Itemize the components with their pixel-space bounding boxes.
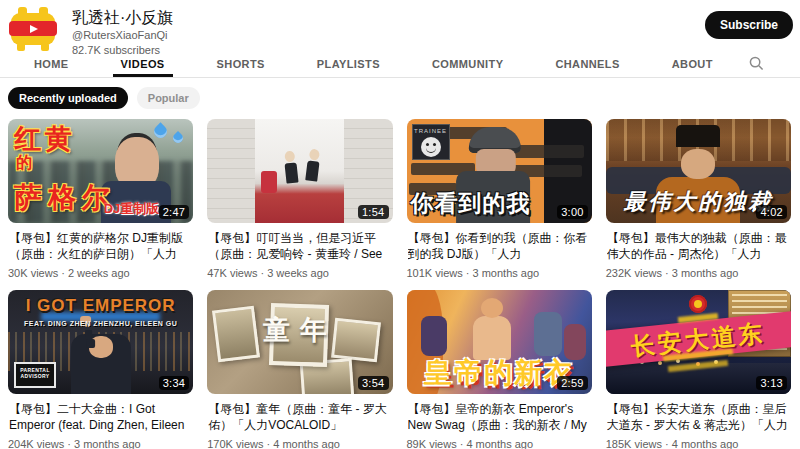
video-meta: 232K views · 3 months ago (606, 266, 791, 280)
video-thumbnail[interactable]: 1:54 (207, 119, 392, 223)
red-sofa (261, 171, 277, 193)
figure-face (89, 336, 113, 358)
national-emblem-icon (689, 295, 707, 313)
channel-tabs: HOME VIDEOS SHORTS PLAYLISTS COMMUNITY C… (0, 50, 800, 78)
video-meta: 89K views · 4 months ago (407, 437, 592, 449)
video-thumbnail[interactable]: 皇帝的新衣 2:59 (407, 290, 592, 394)
video-thumbnail[interactable]: 最伟大的独裁 4:02 (606, 119, 791, 223)
video-title[interactable]: 【辱包】长安大道东（原曲：皇后大道东 - 罗大佑 & 蒋志光）「人力VOCALO… (607, 401, 790, 433)
duration-badge: 3:13 (756, 376, 787, 390)
old-photo (212, 306, 260, 363)
video-card[interactable]: 童年 3:54 【辱包】童年（原曲：童年 - 罗大佑）「人力VOCALOID」 … (207, 290, 392, 449)
chip-popular[interactable]: Popular (137, 87, 200, 109)
album-cover: TRAINEE (412, 124, 450, 160)
album-title: TRAINEE (414, 128, 447, 135)
channel-header: 乳透社·小反旗 @RutersXiaoFanQi 82.7K subscribe… (0, 0, 800, 50)
video-thumbnail[interactable]: TRAINEE SWAT 你看到的我 3:00 (407, 119, 592, 223)
video-title[interactable]: 【辱包】叮叮当当，但是习近平（原曲：见爱响铃 - 黄垂玲 / See Tình … (208, 230, 391, 262)
video-thumbnail[interactable]: 长安大道东 3:13 (606, 290, 791, 394)
tab-shorts[interactable]: SHORTS (191, 50, 291, 77)
tab-videos[interactable]: VIDEOS (95, 50, 191, 77)
thumb-overlay-text: 童年 (263, 312, 337, 348)
duration-badge: 2:47 (159, 205, 190, 219)
thumb-overlay-text: 萨格尔 (14, 179, 116, 217)
channel-handle: @RutersXiaoFanQi (72, 28, 173, 43)
video-meta: 30K views · 2 weeks ago (8, 266, 193, 280)
channel-search-button[interactable] (739, 50, 774, 77)
top-hat (676, 125, 720, 147)
tab-channels[interactable]: CHANNELS (529, 50, 645, 77)
search-icon (749, 56, 764, 71)
parental-advisory-label: PARENTAL ADVISORY (14, 362, 56, 388)
video-card[interactable]: 长安大道东 3:13 【辱包】长安大道东（原曲：皇后大道东 - 罗大佑 & 蒋志… (606, 290, 791, 449)
channel-name: 乳透社·小反旗 (72, 8, 173, 28)
video-card[interactable]: 皇帝的新衣 2:59 【辱包】皇帝的新衣 Emperor's New Swag（… (407, 290, 592, 449)
video-meta: 47K views · 3 weeks ago (207, 266, 392, 280)
duration-badge: 3:34 (159, 376, 190, 390)
video-thumbnail[interactable]: 红黄 的 萨格尔 DJ重制版 2:47 (8, 119, 193, 223)
video-meta: 204K views · 3 months ago (8, 437, 193, 449)
tab-home[interactable]: HOME (8, 50, 95, 77)
sweat-drop-icon (171, 131, 185, 145)
tab-community[interactable]: COMMUNITY (406, 50, 529, 77)
subscribe-button[interactable]: Subscribe (705, 11, 793, 39)
cartoon-emperor-head (481, 298, 503, 318)
figure-face (681, 149, 715, 179)
video-card[interactable]: 1:54 【辱包】叮叮当当，但是习近平（原曲：见爱响铃 - 黄垂玲 / See … (207, 119, 392, 280)
video-card[interactable]: I GOT EMPEROR FEAT. DING ZHEN ZHENZHU, E… (8, 290, 193, 449)
tab-playlists[interactable]: PLAYLISTS (291, 50, 406, 77)
old-photo (331, 318, 381, 363)
video-thumbnail[interactable]: 童年 3:54 (207, 290, 392, 394)
video-title[interactable]: 【辱包】红黄的萨格尔 DJ重制版（原曲：火红的萨日朗）「人力VOCALOID」 (9, 230, 192, 262)
filter-chip-bar: Recently uploaded Popular (0, 78, 800, 117)
cartoon-courtier (534, 312, 562, 356)
duration-badge: 3:54 (358, 376, 389, 390)
thumb-overlay-text: 皇帝的新衣 (424, 354, 574, 392)
video-meta: 185K views · 4 months ago (606, 437, 791, 449)
sweat-drop-icon (152, 122, 170, 140)
thumb-overlay-text: 的 (16, 153, 32, 174)
video-thumbnail[interactable]: I GOT EMPEROR FEAT. DING ZHEN ZHENZHU, E… (8, 290, 193, 394)
channel-avatar[interactable] (9, 7, 57, 51)
cartoon-courtier (421, 316, 447, 356)
video-card[interactable]: 最伟大的独裁 4:02 【辱包】最伟大的独裁（原曲：最伟大的作品 - 周杰伦）「… (606, 119, 791, 280)
video-card[interactable]: TRAINEE SWAT 你看到的我 3:00 【辱包】你看到的我（原曲：你看到… (407, 119, 592, 280)
video-meta: 101K views · 3 months ago (407, 266, 592, 280)
smiley-icon (421, 137, 441, 157)
duration-badge: 4:02 (756, 205, 787, 219)
video-meta: 170K views · 4 months ago (207, 437, 392, 449)
thumb-overlay-text: 最伟大的独裁 (623, 187, 773, 217)
chip-recently-uploaded[interactable]: Recently uploaded (8, 87, 128, 109)
video-title[interactable]: 【辱包】童年（原曲：童年 - 罗大佑）「人力VOCALOID」 (208, 401, 391, 433)
video-card[interactable]: 红黄 的 萨格尔 DJ重制版 2:47 【辱包】红黄的萨格尔 DJ重制版（原曲：… (8, 119, 193, 280)
play-icon (30, 25, 38, 33)
thumb-overlay-text: 红黄 (14, 121, 76, 157)
thumb-overlay-tag: DJ重制版 (104, 200, 160, 218)
video-title[interactable]: 【辱包】最伟大的独裁（原曲：最伟大的作品 - 周杰伦）「人力VOCALOID」 (607, 230, 790, 262)
thumb-overlay-text: I GOT EMPEROR (8, 296, 193, 316)
thumb-overlay-text: 你看到的我 (411, 188, 531, 219)
thumb-overlay-subtitle: FEAT. DING ZHEN ZHENZHU, EILEEN GU (8, 320, 193, 327)
video-title[interactable]: 【辱包】皇帝的新衣 Emperor's New Swag（原曲：我的新衣 / M… (408, 401, 591, 433)
tab-about[interactable]: ABOUT (646, 50, 739, 77)
duration-badge: 2:59 (557, 376, 588, 390)
duration-badge: 1:54 (358, 205, 389, 219)
video-title[interactable]: 【辱包】二十大金曲：I Got Emperor (feat. Ding Zhen… (9, 401, 192, 433)
video-title[interactable]: 【辱包】你看到的我（原曲：你看到的我 DJ版）「人力VOCALOID」 (408, 230, 591, 262)
video-grid: 红黄 的 萨格尔 DJ重制版 2:47 【辱包】红黄的萨格尔 DJ重制版（原曲：… (0, 117, 800, 449)
duration-badge: 3:00 (557, 205, 588, 219)
